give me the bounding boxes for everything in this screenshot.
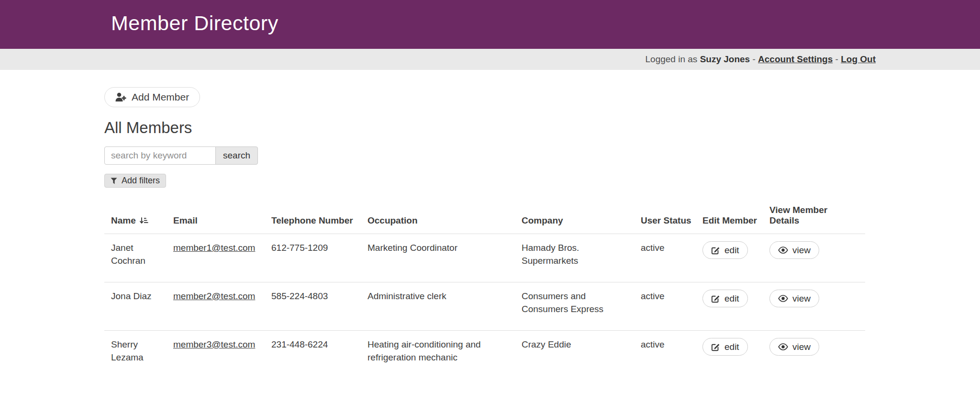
table-header-row: Name Email Telephone Number Occu <box>104 200 865 234</box>
account-settings-link[interactable]: Account Settings <box>758 54 833 65</box>
view-member-button[interactable]: view <box>769 290 819 307</box>
app-header: Member Directory <box>0 0 980 49</box>
member-status: active <box>641 282 702 331</box>
edit-pencil-icon <box>711 294 720 303</box>
filter-funnel-icon <box>111 178 117 184</box>
column-header-user-status: User Status <box>641 200 702 234</box>
search-input[interactable] <box>104 146 216 165</box>
edit-label: edit <box>724 245 739 256</box>
column-header-name: Name <box>104 200 173 234</box>
table-row: Sherry Lezama member3@test.com 231-448-6… <box>104 331 865 379</box>
member-company: Consumers and Consumers Express <box>522 282 641 331</box>
member-status: active <box>641 331 702 379</box>
user-plus-icon <box>115 92 126 102</box>
edit-pencil-icon <box>711 246 720 255</box>
search-bar: search <box>104 146 876 165</box>
member-name: Jona Diaz <box>104 282 173 331</box>
member-email-link[interactable]: member1@test.com <box>173 243 255 253</box>
view-member-button[interactable]: view <box>769 241 819 259</box>
column-header-company: Company <box>522 200 641 234</box>
separator: - <box>833 54 841 65</box>
edit-member-button[interactable]: edit <box>702 338 748 356</box>
member-name: Sherry Lezama <box>104 331 173 379</box>
column-header-occupation: Occupation <box>368 200 522 234</box>
edit-member-button[interactable]: edit <box>702 241 748 259</box>
member-email-link[interactable]: member3@test.com <box>173 339 255 349</box>
edit-member-button[interactable]: edit <box>702 290 748 307</box>
member-phone: 612-775-1209 <box>271 234 368 282</box>
column-header-phone: Telephone Number <box>271 200 368 234</box>
member-name: Janet Cochran <box>104 234 173 282</box>
separator: - <box>750 54 758 65</box>
search-button[interactable]: search <box>215 146 258 165</box>
edit-pencil-icon <box>711 342 720 351</box>
page-title: Member Directory <box>104 11 876 35</box>
members-table: Name Email Telephone Number Occu <box>104 200 865 379</box>
view-member-button[interactable]: view <box>769 338 819 356</box>
column-header-email: Email <box>173 200 271 234</box>
all-members-heading: All Members <box>104 119 876 137</box>
eye-icon <box>778 343 788 350</box>
logged-in-label: Logged in as <box>646 54 700 65</box>
member-email-link[interactable]: member2@test.com <box>173 291 255 301</box>
column-header-edit-member: Edit Member <box>702 200 769 234</box>
eye-icon <box>778 295 788 302</box>
logged-in-username: Suzy Jones <box>700 54 750 65</box>
member-occupation: Marketing Coordinator <box>368 234 522 282</box>
member-company: Crazy Eddie <box>522 331 641 379</box>
log-out-link[interactable]: Log Out <box>841 54 876 65</box>
add-filters-button[interactable]: Add filters <box>104 174 166 188</box>
member-occupation: Heating air-conditioning and refrigerati… <box>368 331 522 379</box>
view-label: view <box>792 342 811 352</box>
table-row: Jona Diaz member2@test.com 585-224-4803 … <box>104 282 865 331</box>
add-member-button[interactable]: Add Member <box>104 87 200 107</box>
member-status: active <box>641 234 702 282</box>
sort-icon[interactable] <box>139 216 148 225</box>
add-filters-label: Add filters <box>122 176 160 186</box>
table-row: Janet Cochran member1@test.com 612-775-1… <box>104 234 865 282</box>
member-company: Hamady Bros. Supermarkets <box>522 234 641 282</box>
member-occupation: Administrative clerk <box>368 282 522 331</box>
eye-icon <box>778 247 788 254</box>
edit-label: edit <box>724 342 739 352</box>
add-member-label: Add Member <box>132 91 189 103</box>
column-header-view-member-details: View Member Details <box>769 200 865 234</box>
user-session-bar: Logged in as Suzy Jones - Account Settin… <box>0 49 980 70</box>
view-label: view <box>792 293 811 304</box>
edit-label: edit <box>724 293 739 304</box>
view-label: view <box>792 245 811 256</box>
member-phone: 585-224-4803 <box>271 282 368 331</box>
member-phone: 231-448-6224 <box>271 331 368 379</box>
